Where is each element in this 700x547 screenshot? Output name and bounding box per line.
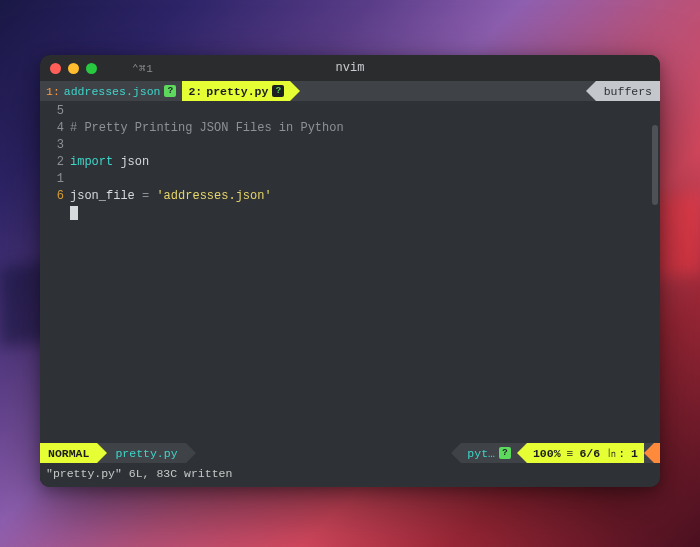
code-variable: json_file [70, 189, 135, 203]
minimize-icon[interactable] [68, 63, 79, 74]
code-module: json [120, 155, 149, 169]
linecol-text: 6/6 [579, 447, 600, 460]
buffers-label: buffers [596, 81, 660, 101]
filetype-text: pyt… [467, 447, 495, 460]
modified-icon: ? [164, 85, 176, 97]
editor-area[interactable]: 5 4 3 2 1 6 # Pretty Printing JSON Files… [40, 101, 660, 443]
code-content[interactable]: # Pretty Printing JSON Files in Python i… [68, 103, 660, 443]
bottom-padding [40, 483, 660, 487]
separator-icon [644, 443, 654, 463]
separator-icon [451, 443, 461, 463]
percent-text: 100% [533, 447, 561, 460]
buffer-tabline: 1: addresses.json ? 2: pretty.py ? buffe… [40, 81, 660, 101]
line-gutter: 5 4 3 2 1 6 [40, 103, 68, 443]
zoom-icon[interactable] [86, 63, 97, 74]
modified-icon: ? [272, 85, 284, 97]
current-line-number: 6 [40, 188, 64, 205]
buffer-name: pretty.py [206, 85, 268, 98]
close-icon[interactable] [50, 63, 61, 74]
mode-indicator: NORMAL [40, 443, 97, 463]
separator-icon [586, 81, 596, 101]
status-filetype: pyt… ? [461, 443, 517, 463]
terminal-body: 1: addresses.json ? 2: pretty.py ? buffe… [40, 81, 660, 487]
buffer-tab-pretty[interactable]: 2: pretty.py ? [182, 81, 290, 101]
titlebar: ⌃⌘1 nvim [40, 55, 660, 81]
code-comment: # Pretty Printing JSON Files in Python [70, 121, 344, 135]
separator-icon [186, 443, 196, 463]
statusline: NORMAL pretty.py pyt… ? 100% ≡ 6/6 ㏑:1 [40, 443, 660, 463]
code-keyword: import [70, 155, 113, 169]
status-filename: pretty.py [107, 443, 185, 463]
message-text: "pretty.py" 6L, 83C written [46, 467, 232, 480]
status-position: 100% ≡ 6/6 ㏑:1 [527, 443, 644, 463]
line-number: 5 [40, 103, 64, 120]
filetype-icon: ? [499, 447, 511, 459]
line-number: 2 [40, 154, 64, 171]
code-operator: = [135, 189, 157, 203]
separator-icon [97, 443, 107, 463]
buffer-number: 1: [46, 85, 60, 98]
line-number: 3 [40, 137, 64, 154]
cursor-icon [70, 206, 78, 220]
separator-icon [517, 443, 527, 463]
code-string: 'addresses.json' [156, 189, 271, 203]
separator-icon [290, 81, 300, 101]
status-cap [654, 443, 660, 463]
scrollbar-thumb[interactable] [652, 125, 658, 205]
shell-tab-label: ⌃⌘1 [132, 62, 153, 75]
buffer-tab-addresses[interactable]: 1: addresses.json ? [40, 81, 182, 101]
status-spacer [196, 443, 452, 463]
col-text: 1 [631, 447, 638, 460]
message-line: "pretty.py" 6L, 83C written [40, 463, 660, 483]
buffer-number: 2: [188, 85, 202, 98]
terminal-window: ⌃⌘1 nvim 1: addresses.json ? 2: pretty.p… [40, 55, 660, 487]
buffer-name: addresses.json [64, 85, 161, 98]
line-number: 1 [40, 171, 64, 188]
filename-text: pretty.py [115, 447, 177, 460]
col-icon: ㏑: [606, 446, 625, 461]
lines-icon: ≡ [567, 447, 574, 460]
line-number: 4 [40, 120, 64, 137]
